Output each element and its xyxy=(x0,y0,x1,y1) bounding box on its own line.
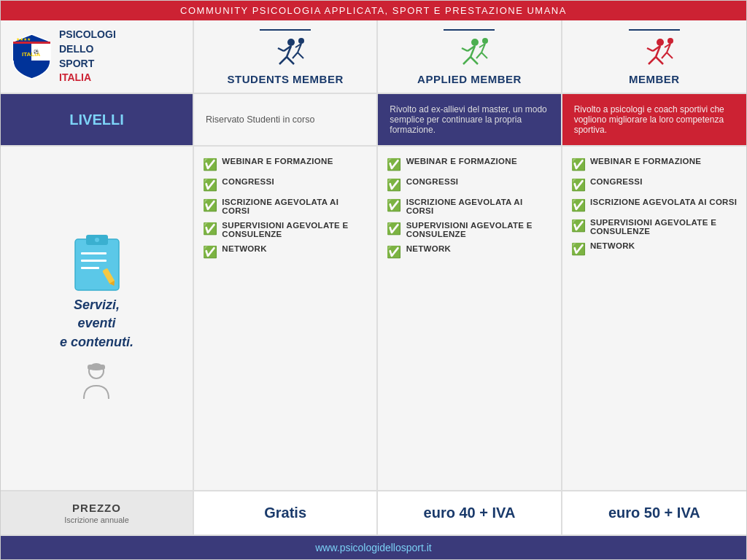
service-item: ✅ SUPERVISIONI AGEVOLATE E CONSULENZE xyxy=(387,221,551,238)
service-item: ✅ NETWORK xyxy=(571,241,738,256)
svg-line-37 xyxy=(667,52,673,58)
svg-line-14 xyxy=(293,52,298,58)
applied-runner-icon xyxy=(447,36,491,73)
member-title: MEMBER xyxy=(629,73,680,85)
svg-point-6 xyxy=(287,39,295,46)
svg-point-12 xyxy=(298,38,304,44)
svg-line-26 xyxy=(481,52,487,58)
services-label-cell: Servizi,eventie contenuti. xyxy=(1,147,194,490)
service-item: ✅ WEBINAR E FORMAZIONE xyxy=(203,157,368,171)
price-label-cell: PREZZO Iscrizione annuale xyxy=(1,491,194,534)
check-icon: ✅ xyxy=(203,158,217,171)
svg-line-19 xyxy=(463,57,471,64)
services-text: Servizi,eventie contenuti. xyxy=(60,296,133,351)
logo-text: PSICOLOGI DELLO SPORT ITALIA xyxy=(59,28,116,85)
service-item: ✅ ISCRIZIONE AGEVOLATA AI CORSI xyxy=(571,198,738,212)
footer-text: www.psicologidellosport.it xyxy=(315,542,432,553)
svg-line-22 xyxy=(462,48,468,51)
svg-line-30 xyxy=(649,57,656,64)
svg-rect-42 xyxy=(81,252,107,254)
applied-price: euro 40 + IVA xyxy=(378,491,562,534)
check-icon: ✅ xyxy=(571,178,586,192)
svg-line-11 xyxy=(278,48,284,51)
svg-text:★★★★: ★★★★ xyxy=(16,37,31,42)
clipboard-icon xyxy=(68,230,126,296)
svg-point-17 xyxy=(471,39,479,46)
service-item: ✅ CONGRESSI xyxy=(387,177,551,192)
logo-cell: ITALIA ⚽ ★★★★ PSICOLOGI DELLO SPORT ITAL… xyxy=(1,20,194,93)
students-member-title: STUDENTS MEMBER xyxy=(228,73,344,85)
applied-member-title: APPLIED MEMBER xyxy=(417,73,522,85)
students-runner-icon xyxy=(263,36,307,73)
livelli-row: LIVELLI Riservato Studenti in corso Rivo… xyxy=(1,94,746,147)
svg-rect-44 xyxy=(81,267,99,269)
check-icon: ✅ xyxy=(203,178,217,192)
top-banner: COMMUNITY PSICOLOGIA APPLICATA, SPORT E … xyxy=(1,1,746,20)
service-item: ✅ WEBINAR E FORMAZIONE xyxy=(387,157,551,171)
member-price: euro 50 + IVA xyxy=(562,491,746,534)
check-icon: ✅ xyxy=(571,219,586,233)
students-member-header: STUDENTS MEMBER xyxy=(194,20,378,93)
applied-services: ✅ WEBINAR E FORMAZIONE ✅ CONGRESSI ✅ ISC… xyxy=(378,147,562,490)
check-icon: ✅ xyxy=(387,245,401,259)
member-services: ✅ WEBINAR E FORMAZIONE ✅ CONGRESSI ✅ ISC… xyxy=(562,147,746,490)
price-title: PREZZO xyxy=(72,502,121,514)
svg-rect-2 xyxy=(13,42,50,44)
person-icon xyxy=(77,362,117,406)
svg-point-41 xyxy=(95,238,99,242)
svg-line-25 xyxy=(476,52,481,58)
check-icon: ✅ xyxy=(387,158,401,171)
livelli-label: LIVELLI xyxy=(1,94,194,145)
svg-line-8 xyxy=(279,57,287,64)
applied-member-header: APPLIED MEMBER xyxy=(378,20,562,93)
service-item: ✅ ISCRIZIONE AGEVOLATA AI CORSI xyxy=(203,198,368,215)
svg-line-15 xyxy=(298,52,303,58)
services-row: Servizi,eventie contenuti. ✅ WEBINAR E F… xyxy=(1,147,746,491)
students-description: Riservato Studenti in corso xyxy=(194,94,378,145)
service-item: ✅ CONGRESSI xyxy=(571,177,738,192)
check-icon: ✅ xyxy=(203,222,217,236)
service-item: ✅ WEBINAR E FORMAZIONE xyxy=(571,157,738,171)
check-icon: ✅ xyxy=(387,178,401,192)
svg-line-36 xyxy=(662,52,667,58)
svg-rect-49 xyxy=(88,365,105,370)
header-row: ITALIA ⚽ ★★★★ PSICOLOGI DELLO SPORT ITAL… xyxy=(1,20,746,94)
price-subtitle: Iscrizione annuale xyxy=(64,516,129,524)
check-icon: ✅ xyxy=(571,242,586,256)
price-row: PREZZO Iscrizione annuale Gratis euro 40… xyxy=(1,491,746,536)
students-services: ✅ WEBINAR E FORMAZIONE ✅ CONGRESSI ✅ ISC… xyxy=(194,147,378,490)
service-item: ✅ SUPERVISIONI AGEVOLATE E CONSULENZE xyxy=(571,218,738,236)
svg-point-23 xyxy=(482,38,488,44)
svg-text:⚽: ⚽ xyxy=(34,49,39,55)
logo-shield: ITALIA ⚽ ★★★★ xyxy=(12,33,52,80)
check-icon: ✅ xyxy=(387,198,401,212)
svg-point-34 xyxy=(667,38,673,44)
check-icon: ✅ xyxy=(203,245,217,259)
check-icon: ✅ xyxy=(203,198,217,212)
check-icon: ✅ xyxy=(571,198,586,212)
member-description: Rivolto a psicologi e coach sportivi che… xyxy=(562,94,746,145)
svg-rect-43 xyxy=(81,260,107,262)
service-item: ✅ CONGRESSI xyxy=(203,177,368,192)
service-item: ✅ NETWORK xyxy=(203,244,368,259)
member-runner-icon xyxy=(632,36,676,73)
footer-bar: www.psicologidellosport.it xyxy=(1,536,746,559)
check-icon: ✅ xyxy=(387,222,401,236)
service-item: ✅ NETWORK xyxy=(387,244,551,259)
service-item: ✅ ISCRIZIONE AGEVOLATA AI CORSI xyxy=(387,198,551,215)
students-price: Gratis xyxy=(194,491,378,534)
applied-description: Rivolto ad ex-allievi del master, un mod… xyxy=(378,94,562,145)
svg-point-28 xyxy=(657,39,664,46)
member-header: MEMBER xyxy=(562,20,746,93)
check-icon: ✅ xyxy=(571,158,586,171)
svg-line-33 xyxy=(647,48,653,51)
service-item: ✅ SUPERVISIONI AGEVOLATE E CONSULENZE xyxy=(203,221,368,238)
